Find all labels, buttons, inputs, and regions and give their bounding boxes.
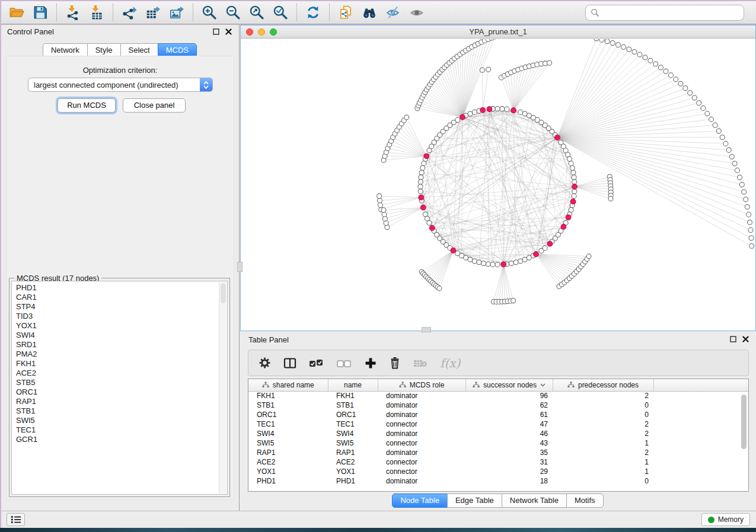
refresh-view-button[interactable] xyxy=(301,2,325,23)
list-item[interactable]: CAR1 xyxy=(16,293,227,302)
table-toolbar: f(x) xyxy=(248,350,749,376)
list-item[interactable]: STB5 xyxy=(16,378,227,387)
column-header-mcds-role[interactable]: MCDS role xyxy=(378,379,465,391)
show-all-button[interactable] xyxy=(405,2,429,23)
table-row[interactable]: ORC1ORC1dominator610 xyxy=(248,410,749,419)
first-neighbors-button[interactable] xyxy=(358,2,381,23)
list-item[interactable]: STB1 xyxy=(16,406,227,416)
column-settings-gear-icon[interactable] xyxy=(259,357,271,369)
binoculars-icon xyxy=(362,5,377,20)
list-item[interactable]: RAP1 xyxy=(16,397,227,406)
zoom-fit-icon xyxy=(249,5,264,20)
list-item[interactable]: FKH1 xyxy=(16,359,227,368)
task-list-icon xyxy=(10,515,22,524)
close-window-button[interactable] xyxy=(246,28,253,36)
split-view-icon[interactable] xyxy=(283,357,296,369)
tab-node-table[interactable]: Node Table xyxy=(392,493,448,508)
list-item[interactable]: SRD1 xyxy=(16,340,227,350)
table-row[interactable]: YOX1YOX1connector291 xyxy=(248,467,749,476)
column-header-shared-name[interactable]: shared name xyxy=(248,379,328,391)
list-item[interactable]: PHD1 xyxy=(16,283,227,293)
tab-network-table[interactable]: Network Table xyxy=(502,493,567,508)
sort-menu-chevron-icon[interactable] xyxy=(540,383,546,387)
list-item[interactable]: TEC1 xyxy=(16,425,227,435)
mcds-tab-content: Optimization criterion: largest connecte… xyxy=(6,56,234,500)
maximize-window-button[interactable] xyxy=(270,28,277,36)
duplicate-network-button[interactable] xyxy=(334,2,358,23)
main-area: Control Panel Network Style Select MCDS … xyxy=(1,25,756,511)
list-item[interactable]: YOX1 xyxy=(16,321,227,331)
hide-selected-button[interactable] xyxy=(381,2,405,23)
table-row[interactable]: STB1STB1dominator620 xyxy=(248,400,749,410)
open-folder-icon xyxy=(9,5,24,20)
list-item[interactable]: ORC1 xyxy=(16,387,227,397)
network-graph[interactable] xyxy=(241,39,755,331)
table-row[interactable]: SWI5SWI5connector431 xyxy=(248,438,749,448)
result-scrollbar[interactable] xyxy=(219,282,227,493)
list-item[interactable]: GCR1 xyxy=(16,435,227,444)
delete-column-icon[interactable] xyxy=(389,357,401,369)
toolbar-separator xyxy=(329,4,330,21)
node-table: shared name name MCDS role successor nod… xyxy=(248,379,749,486)
open-file-button[interactable] xyxy=(5,2,28,23)
export-network-icon xyxy=(122,5,137,20)
search-input[interactable] xyxy=(603,8,739,17)
table-row[interactable]: TEC1TEC1connector472 xyxy=(248,419,749,429)
column-header-filler xyxy=(653,379,749,391)
table-row[interactable]: FKH1FKH1dominator962 xyxy=(248,391,749,400)
list-item[interactable]: ACE2 xyxy=(16,368,227,378)
tab-edge-table[interactable]: Edge Table xyxy=(447,493,502,508)
minimize-window-button[interactable] xyxy=(258,28,265,36)
import-network-button[interactable] xyxy=(61,2,85,23)
zoom-in-button[interactable] xyxy=(197,2,221,23)
close-panel-icon[interactable] xyxy=(742,336,749,342)
duplicate-network-icon xyxy=(338,5,353,20)
mcds-result-list[interactable]: PHD1CAR1STP4TID3YOX1SWI4SRD1PMA2FKH1ACE2… xyxy=(11,281,228,495)
import-network-icon xyxy=(65,5,81,20)
run-mcds-button[interactable]: Run MCDS xyxy=(58,98,116,113)
memory-status-dot xyxy=(708,517,714,523)
close-panel-icon[interactable] xyxy=(225,28,232,35)
save-session-button[interactable] xyxy=(28,2,52,23)
table-row[interactable]: SWI4SWI4dominator462 xyxy=(248,429,749,438)
list-item[interactable]: STP4 xyxy=(16,302,227,312)
list-item[interactable]: TID3 xyxy=(16,312,227,321)
table-scrollbar[interactable] xyxy=(741,393,747,488)
export-table-icon xyxy=(145,5,161,20)
export-network-button[interactable] xyxy=(117,2,141,23)
zoom-out-icon xyxy=(225,5,241,20)
table-row[interactable]: PHD1PHD1dominator180 xyxy=(248,476,749,486)
close-panel-button[interactable]: Close panel xyxy=(123,98,186,113)
add-column-icon[interactable] xyxy=(365,357,377,369)
zoom-out-button[interactable] xyxy=(221,2,245,23)
list-item[interactable]: SWI5 xyxy=(16,416,227,425)
zoom-fit-button[interactable] xyxy=(245,2,269,23)
criterion-dropdown[interactable]: largest connected component (undirected) xyxy=(28,78,213,92)
export-table-button[interactable] xyxy=(141,2,165,23)
toolbar-separator xyxy=(193,4,193,21)
column-header-predecessor-nodes[interactable]: predecessor nodes xyxy=(553,379,653,391)
tab-motifs[interactable]: Motifs xyxy=(566,493,604,508)
task-history-button[interactable] xyxy=(7,513,25,526)
zoom-selected-button[interactable] xyxy=(269,2,292,23)
float-panel-icon[interactable] xyxy=(213,28,219,35)
column-header-name[interactable]: name xyxy=(328,379,378,391)
select-all-icon[interactable] xyxy=(309,358,324,368)
chevron-up-icon xyxy=(203,81,209,85)
import-table-button[interactable] xyxy=(85,2,109,23)
list-item[interactable]: SWI4 xyxy=(16,331,227,340)
column-header-successor-nodes[interactable]: successor nodes xyxy=(465,379,553,391)
float-panel-icon[interactable] xyxy=(730,336,736,342)
list-item[interactable]: PMA2 xyxy=(16,350,227,359)
export-image-button[interactable] xyxy=(165,2,189,23)
table-row[interactable]: ACE2ACE2connector311 xyxy=(248,457,749,467)
table-panel-title: Table Panel xyxy=(248,335,289,344)
search-field[interactable] xyxy=(585,5,744,21)
memory-button[interactable]: Memory xyxy=(701,513,750,526)
toolbar-separator xyxy=(296,4,297,21)
deselect-all-icon[interactable] xyxy=(337,358,352,368)
table-row[interactable]: RAP1RAP1dominator352 xyxy=(248,448,749,457)
network-canvas[interactable] xyxy=(241,39,755,331)
panel-splitter-handle[interactable] xyxy=(237,262,243,272)
table-splitter-handle[interactable] xyxy=(422,327,431,332)
